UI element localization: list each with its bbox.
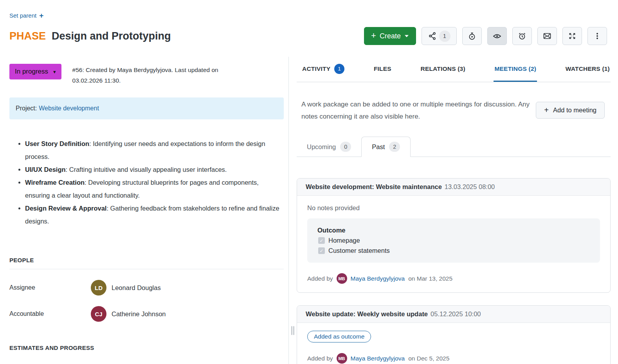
resizer-grip-icon xyxy=(291,326,294,335)
panel-resizer[interactable] xyxy=(289,57,297,364)
set-parent-link[interactable]: Set parent+ xyxy=(9,12,43,19)
create-button[interactable]: + Create xyxy=(364,27,416,45)
checkbox-checked-icon[interactable]: ✓ xyxy=(318,247,325,254)
page-header: Set parent+ PHASE Design and Prototyping… xyxy=(0,0,618,45)
status-dropdown[interactable]: In progress ▾ xyxy=(9,64,61,79)
reminder-button[interactable] xyxy=(512,27,532,45)
tab-watchers[interactable]: WATCHERS (1) xyxy=(565,57,611,82)
plus-icon: + xyxy=(39,12,43,19)
create-label: Create xyxy=(380,32,401,40)
added-as-outcome-pill: Added as outcome xyxy=(307,331,371,342)
assignee-label: Assignee xyxy=(9,284,91,291)
tab-label: WATCHERS (1) xyxy=(566,65,610,72)
tab-label: FILES xyxy=(374,65,391,72)
tab-activity[interactable]: ACTIVITY1 xyxy=(301,57,345,82)
more-menu-button[interactable] xyxy=(587,27,607,45)
status-row: In progress ▾ #56: Created by Maya Berdy… xyxy=(9,64,284,86)
share-count-badge: 1 xyxy=(439,31,450,42)
work-package-details-panel: In progress ▾ #56: Created by Maya Berdy… xyxy=(0,57,289,364)
share-icon xyxy=(428,32,437,40)
estimates-section-heading: ESTIMATES AND PROGRESS xyxy=(9,344,284,351)
share-button[interactable]: 1 xyxy=(422,27,457,45)
project-label: Project: xyxy=(16,105,37,112)
description-item: User Story Definition: Identifying user … xyxy=(25,137,284,163)
plus-icon: + xyxy=(371,31,376,40)
alarm-clock-icon xyxy=(518,32,526,40)
description-list: User Story Definition: Identifying user … xyxy=(9,137,284,228)
description-text: : Crafting intuitive and visually appeal… xyxy=(66,166,227,173)
avatar: LD xyxy=(91,280,106,296)
description-item: Wireframe Creation: Developing structura… xyxy=(25,176,284,202)
description-item: UI/UX Design: Crafting intuitive and vis… xyxy=(25,163,284,176)
meeting-title[interactable]: Website update: Weekly website update xyxy=(306,310,428,317)
chevron-down-icon xyxy=(404,34,409,38)
subtab-upcoming[interactable]: Upcoming 0 xyxy=(297,137,361,157)
subtab-label: Upcoming xyxy=(307,143,336,151)
timer-button[interactable] xyxy=(462,27,482,45)
assignee-row: Assignee LD Leonard Douglas xyxy=(9,280,284,296)
plus-icon: + xyxy=(544,106,549,114)
added-by-user-link[interactable]: Maya Berdygylyjova xyxy=(351,355,405,362)
meeting-card-body: No notes provided Outcome ✓ Homepage ✓ C… xyxy=(297,196,610,292)
tab-label: RELATIONS (3) xyxy=(421,65,465,72)
description-term: UI/UX Design xyxy=(25,166,66,173)
tab-label: ACTIVITY xyxy=(302,65,330,72)
checkbox-checked-icon[interactable]: ✓ xyxy=(318,237,325,244)
notifications-button[interactable] xyxy=(537,27,557,45)
assignee-name: Leonard Douglas xyxy=(112,284,161,292)
accountable-name: Catherine Johnson xyxy=(112,310,166,318)
accountable-row: Accountable CJ Catherine Johnson xyxy=(9,306,284,322)
added-by-user-link[interactable]: Maya Berdygylyjova xyxy=(351,275,405,282)
description-term: User Story Definition xyxy=(25,140,89,147)
meta-info: #56: Created by Maya Berdygylyjova. Last… xyxy=(72,64,237,86)
set-parent-label: Set parent xyxy=(9,12,36,19)
meeting-card: Website update: Weekly website update05.… xyxy=(297,305,611,364)
work-package-tabs-panel: ACTIVITY1 FILES RELATIONS (3) MEETINGS (… xyxy=(297,57,618,364)
eye-icon xyxy=(493,32,501,40)
description-term: Design Review & Approval xyxy=(25,205,106,212)
avatar: MB xyxy=(337,273,347,284)
tab-bar: ACTIVITY1 FILES RELATIONS (3) MEETINGS (… xyxy=(297,57,611,82)
assignee-value[interactable]: LD Leonard Douglas xyxy=(91,280,161,296)
outcome-item: ✓ Homepage xyxy=(317,237,590,244)
outcome-item: ✓ Customer statements xyxy=(317,247,590,254)
no-notes-text: No notes provided xyxy=(307,204,600,212)
people-section-heading: PEOPLE xyxy=(9,257,284,263)
tab-meetings[interactable]: MEETINGS (2) xyxy=(494,57,537,82)
outcome-heading: Outcome xyxy=(317,227,590,234)
meetings-header: A work package can be added to one or mu… xyxy=(297,99,611,123)
add-to-meeting-label: Add to meeting xyxy=(553,106,596,114)
meeting-title[interactable]: Website development: Website maintenance xyxy=(306,183,442,190)
added-on-date: on Dec 5, 2025 xyxy=(408,355,449,362)
accountable-value[interactable]: CJ Catherine Johnson xyxy=(91,306,166,322)
added-on-date: on Mar 13, 2025 xyxy=(408,275,452,282)
project-link[interactable]: Website development xyxy=(39,105,99,112)
fullscreen-button[interactable] xyxy=(562,27,582,45)
tab-relations[interactable]: RELATIONS (3) xyxy=(420,57,466,82)
work-package-type: PHASE xyxy=(9,30,46,42)
subtab-past[interactable]: Past 2 xyxy=(361,137,411,157)
meetings-subtabs: Upcoming 0 Past 2 xyxy=(297,136,611,157)
outcome-item-label: Homepage xyxy=(328,237,360,244)
work-package-title[interactable]: Design and Prototyping xyxy=(52,30,171,42)
divider xyxy=(9,269,284,269)
past-count-badge: 2 xyxy=(389,142,400,152)
upcoming-count-badge: 0 xyxy=(340,142,351,152)
added-by-prefix: Added by xyxy=(307,275,333,282)
added-by-row: Added by MB Maya Berdygylyjova on Dec 5,… xyxy=(307,353,600,364)
envelope-icon xyxy=(543,32,551,40)
project-banner: Project:Website development xyxy=(9,97,284,119)
subtab-label: Past xyxy=(372,143,385,151)
watch-button[interactable] xyxy=(487,27,507,45)
tab-label: MEETINGS (2) xyxy=(494,65,536,72)
meetings-intro-text: A work package can be added to one or mu… xyxy=(301,99,530,123)
main-split: In progress ▾ #56: Created by Maya Berdy… xyxy=(0,57,618,364)
add-to-meeting-button[interactable]: + Add to meeting xyxy=(536,102,605,119)
meeting-card-header: Website update: Weekly website update05.… xyxy=(297,306,610,323)
tab-files[interactable]: FILES xyxy=(373,57,392,82)
kebab-menu-icon xyxy=(593,32,602,40)
meeting-datetime: 13.03.2025 08:00 xyxy=(445,183,495,190)
description-term: Wireframe Creation xyxy=(25,179,85,186)
avatar: CJ xyxy=(91,306,106,322)
meeting-card: Website development: Website maintenance… xyxy=(297,178,611,293)
